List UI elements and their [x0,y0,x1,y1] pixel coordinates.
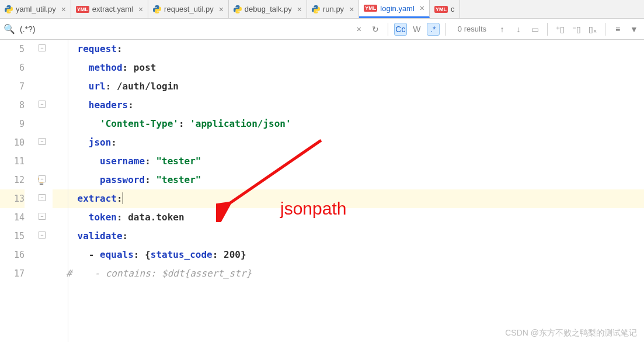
tab-label: debug_talk.py [245,5,292,13]
history-icon[interactable]: ↻ [369,23,382,36]
close-icon[interactable]: × [349,5,354,14]
tab-overflow[interactable]: YML c [430,0,460,18]
tab-label: yaml_util.py [16,5,56,13]
regex-button[interactable]: .* [427,23,440,36]
python-icon [5,5,13,13]
fold-icon[interactable]: − [39,232,46,239]
close-icon[interactable]: × [61,5,66,14]
results-count: 0 results [458,25,486,33]
select-all-icon[interactable]: ▭ [528,23,541,36]
fold-icon[interactable]: − [39,101,46,108]
tab-debug-talk[interactable]: debug_talk.py × [229,0,307,18]
close-icon[interactable]: × [297,5,302,14]
clear-icon[interactable]: × [353,23,365,36]
svg-rect-0 [40,184,44,185]
fold-icon[interactable]: − [39,213,46,220]
prev-match-icon[interactable]: ↑ [496,23,509,36]
tab-label: run.py [323,5,344,13]
editor-tabs: yaml_util.py × YML extract.yaml × reques… [0,0,644,19]
exclude-icon[interactable]: ▯ₓ [586,23,599,36]
tab-request-util[interactable]: request_util.py × [148,0,229,18]
code-editor[interactable]: 567891011121314151617 − − − − − − − requ… [0,40,644,342]
search-icon: 🔍 [4,23,15,34]
close-icon[interactable]: × [219,5,224,14]
python-icon [153,5,161,13]
text-caret [123,192,123,204]
words-button[interactable]: W [410,23,423,36]
fold-column: − − − − − − − [35,40,53,342]
tab-yaml-util[interactable]: yaml_util.py × [0,0,71,18]
match-case-button[interactable]: Cc [394,23,407,36]
next-match-icon[interactable]: ↓ [512,23,525,36]
add-selection-icon[interactable]: ⁺▯ [554,23,566,36]
fold-icon[interactable]: − [39,194,46,201]
python-icon [234,5,242,13]
fold-icon[interactable]: − [39,44,46,51]
fold-icon[interactable]: − [39,175,46,182]
close-icon[interactable]: × [420,4,424,13]
tab-label: c [451,5,455,13]
tab-run[interactable]: run.py × [307,0,359,18]
line-gutter: 567891011121314151617 [0,40,35,342]
code-area[interactable]: request: method: post url: /auth/login h… [53,40,644,342]
python-icon [312,5,320,13]
tab-label: login.yaml [380,4,415,13]
yaml-icon: YML [434,6,448,13]
fold-icon[interactable]: − [39,138,46,145]
tab-label: request_util.py [164,5,214,13]
find-bar: 🔍 × ↻ Cc W .* 0 results ↑ ↓ ▭ ⁺▯ ⁻▯ ▯ₓ ≡… [0,19,644,40]
filter-settings-icon[interactable]: ≡ [611,23,624,36]
tab-label: extract.yaml [92,5,133,13]
search-input[interactable] [19,23,206,35]
yaml-icon: YML [76,6,89,13]
close-icon[interactable]: × [138,5,143,14]
filter-icon[interactable]: ▼ [628,23,640,36]
yaml-icon: YML [364,5,377,12]
tab-login-yaml[interactable]: YML login.yaml × [359,0,430,18]
remove-selection-icon[interactable]: ⁻▯ [570,23,583,36]
tab-extract-yaml[interactable]: YML extract.yaml × [71,0,148,18]
